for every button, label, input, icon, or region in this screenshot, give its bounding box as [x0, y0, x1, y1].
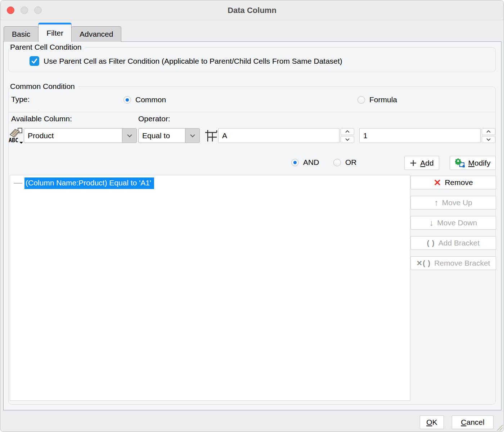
logic-or-label: OR: [345, 158, 357, 167]
operator-label: Operator:: [138, 114, 170, 123]
common-group-legend: Common Condition: [9, 82, 78, 91]
chevron-down-icon[interactable]: [185, 129, 199, 143]
cell-reference-icon: [204, 129, 217, 144]
spinner-up-button[interactable]: [341, 128, 354, 135]
parent-group-legend: Parent Cell Condition: [9, 43, 85, 51]
move-up-button[interactable]: ↑ Move Up: [410, 196, 496, 210]
arrow-up-icon: ↑: [434, 199, 438, 207]
chevron-down-icon[interactable]: [122, 129, 136, 143]
add-button[interactable]: Add: [404, 156, 439, 170]
logic-or-radio[interactable]: [333, 159, 341, 166]
spinner-down-button[interactable]: [482, 136, 495, 143]
plus-icon: [410, 159, 417, 167]
arrow-down-icon: ↓: [429, 219, 434, 227]
tree-node-handle-icon: [14, 183, 22, 184]
data-column-dialog: Data Column Basic Filter Advanced Parent…: [0, 0, 504, 432]
minimize-button[interactable]: [21, 6, 28, 14]
resize-grip[interactable]: [495, 423, 503, 431]
type-label: Type:: [11, 95, 30, 104]
available-column-value: Product: [24, 129, 122, 143]
condition-tree-item[interactable]: (Column Name:Product) Equal to 'A1': [10, 177, 410, 189]
type-common-label: Common: [135, 95, 166, 104]
cancel-button[interactable]: Cancel: [452, 415, 494, 429]
spinner-down-button[interactable]: [341, 136, 354, 143]
close-button[interactable]: [7, 6, 14, 14]
gear-icon: [455, 158, 465, 168]
condition-item-text[interactable]: (Column Name:Product) Equal to 'A1': [24, 177, 154, 189]
window-title: Data Column: [0, 0, 504, 20]
filter-tab-panel: Parent Cell Condition Use Parent Cell as…: [3, 41, 501, 410]
add-bracket-button[interactable]: ( ) Add Bracket: [410, 236, 496, 250]
available-column-select[interactable]: Product: [24, 128, 137, 143]
cell-row-input[interactable]: [359, 128, 481, 143]
tab-basic[interactable]: Basic: [4, 26, 39, 42]
operator-value: Equal to: [139, 129, 185, 143]
zoom-button[interactable]: [34, 6, 42, 14]
section-divider: [9, 112, 495, 112]
use-parent-cell-label: Use Parent Cell as Filter Condition (App…: [44, 57, 342, 66]
move-down-button[interactable]: ↓ Move Down: [410, 216, 496, 230]
type-common-radio[interactable]: [123, 96, 131, 104]
tab-filter[interactable]: Filter: [38, 23, 72, 42]
bracket-icon: ( ): [427, 239, 435, 247]
remove-button[interactable]: ✕ Remove: [410, 176, 496, 189]
logic-and-label: AND: [303, 158, 319, 167]
remove-bracket-button[interactable]: ✕( ) Remove Bracket: [410, 256, 496, 270]
cell-column-input[interactable]: [218, 128, 339, 143]
ok-button[interactable]: OK: [420, 415, 444, 429]
type-formula-radio[interactable]: [357, 96, 365, 104]
titlebar: Data Column: [0, 0, 504, 20]
operator-select[interactable]: Equal to: [138, 128, 200, 143]
logic-and-radio[interactable]: [291, 159, 299, 166]
condition-actions: ✕ Remove ↑ Move Up ↓ Move Down ( ) Add B…: [410, 176, 496, 276]
checkmark-icon: [31, 57, 38, 65]
available-column-label: Available Column:: [11, 114, 72, 123]
red-x-icon: ✕: [433, 178, 441, 187]
modify-button[interactable]: Modify: [450, 156, 496, 170]
svg-text:ABC: ABC: [9, 137, 18, 144]
use-parent-cell-checkbox[interactable]: [30, 56, 39, 66]
string-datatype-icon: ABC: [8, 127, 23, 145]
spinner-up-button[interactable]: [482, 128, 495, 135]
type-formula-label: Formula: [369, 95, 397, 104]
tab-advanced[interactable]: Advanced: [71, 26, 121, 42]
remove-bracket-icon: ✕( ): [417, 260, 431, 267]
condition-tree[interactable]: (Column Name:Product) Equal to 'A1': [10, 175, 410, 401]
tab-bar: Basic Filter Advanced: [4, 23, 121, 42]
